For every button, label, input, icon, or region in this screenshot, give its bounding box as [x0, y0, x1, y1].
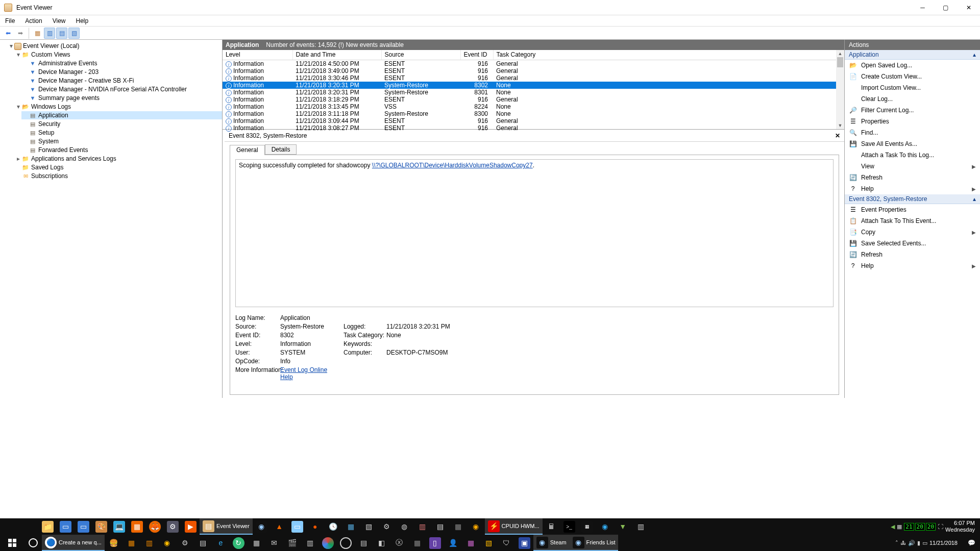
col-date[interactable]: Date and Time — [292, 50, 381, 60]
taskbar-xbox[interactable]: ⓧ — [390, 535, 408, 551]
tree-twisty[interactable]: ▾ — [8, 42, 14, 50]
taskbar-app[interactable]: 👤 — [444, 535, 462, 551]
taskbar-app[interactable]: ◉ — [158, 535, 176, 551]
taskbar-app[interactable]: ▥ — [140, 535, 158, 551]
event-row[interactable]: iInformation11/21/2018 4:50:00 PMESENT91… — [223, 60, 844, 67]
event-row[interactable]: iInformation11/21/2018 3:13:45 PMVSS8224… — [223, 103, 844, 110]
cortana-button[interactable] — [24, 538, 42, 547]
taskbar-chrome[interactable]: 🔵Create a new q... — [42, 535, 105, 551]
tree-node[interactable]: Device Manager - NVIDIA nForce Serial AT… — [38, 86, 187, 93]
taskbar-app[interactable]: ◍ — [396, 518, 413, 535]
taskbar-app[interactable]: ▶ — [182, 518, 200, 535]
show-hide-console-tree-button[interactable]: ▦ — [32, 28, 43, 39]
menu-action[interactable]: Action — [20, 15, 47, 27]
col-level[interactable]: Level — [223, 50, 292, 60]
taskbar-app[interactable]: ⚙ — [164, 518, 182, 535]
event-row[interactable]: iInformation11/21/2018 3:11:18 PMSystem-… — [223, 110, 844, 117]
tray-overflow-icon[interactable]: ˄ — [895, 540, 898, 546]
event-row[interactable]: iInformation11/21/2018 3:18:29 PMESENT91… — [223, 96, 844, 103]
taskbar-app[interactable]: 🍔 — [105, 535, 122, 551]
tree-node-application[interactable]: Application — [38, 112, 68, 119]
taskbar-friends-list[interactable]: ◉Friends List — [570, 535, 619, 551]
col-source[interactable]: Source — [381, 50, 460, 60]
action-item[interactable]: ☰Properties — [845, 116, 980, 127]
tray-icon[interactable]: ▦ — [897, 523, 902, 530]
tree-twisty[interactable]: ▾ — [15, 103, 21, 111]
tree-node-forwarded[interactable]: Forwarded Events — [38, 146, 88, 154]
taskbar-terminal[interactable]: >_ — [560, 518, 578, 535]
taskbar-app[interactable]: ▦ — [449, 518, 467, 535]
taskbar-app[interactable]: ◉ — [596, 518, 614, 535]
taskbar-firefox[interactable]: 🦊 — [146, 518, 164, 535]
action-item[interactable]: Clear Log... — [845, 93, 980, 105]
tree-node[interactable]: Administrative Events — [38, 60, 97, 67]
action-item[interactable]: 📑Copy▶ — [845, 227, 980, 238]
toolbar-button-a[interactable]: ▥ — [44, 28, 55, 39]
action-item[interactable]: 🔄Refresh — [845, 172, 980, 183]
event-row[interactable]: iInformation11/21/2018 3:20:31 PMSystem-… — [223, 89, 844, 96]
detail-close-button[interactable]: ✕ — [835, 132, 840, 139]
tab-details[interactable]: Details — [265, 144, 297, 155]
menu-help[interactable]: Help — [71, 15, 94, 27]
col-eventid[interactable]: Event ID — [460, 50, 493, 60]
action-item[interactable]: ?Help▶ — [845, 183, 980, 194]
shadowcopy-link[interactable]: \\?\GLOBALROOT\Device\HarddiskVolumeShad… — [372, 162, 533, 169]
action-item[interactable]: 🔍Find... — [845, 127, 980, 138]
taskbar-clock[interactable]: 🕓 — [324, 518, 342, 535]
tray-icon[interactable]: ◀ — [891, 523, 895, 530]
action-item[interactable]: ?Help▶ — [845, 260, 980, 271]
show-hide-action-pane-button[interactable]: ▤ — [56, 28, 67, 39]
taskbar-app[interactable]: ▦ — [122, 535, 140, 551]
tree-twisty[interactable]: ▾ — [15, 51, 21, 59]
action-item[interactable]: 📂Open Saved Log... — [845, 60, 980, 71]
gpu-temps[interactable]: 212020 — [904, 523, 936, 531]
taskbar-date-bottom[interactable]: 11/21/2018 — [929, 540, 963, 546]
taskbar-hwmonitor[interactable]: ⚡CPUID HWM... — [485, 518, 543, 535]
taskbar-app[interactable]: ▼ — [614, 518, 632, 535]
taskbar-chrome2[interactable] — [319, 535, 337, 551]
refresh-button[interactable]: ▧ — [68, 28, 80, 39]
nav-back-button[interactable]: ⬅ — [3, 28, 14, 39]
taskbar-app[interactable]: ▧ — [480, 535, 498, 551]
taskbar-app[interactable]: ▭ — [57, 518, 75, 535]
taskbar-app[interactable]: ▦ — [578, 518, 596, 535]
event-grid[interactable]: Level Date and Time Source Event ID Task… — [223, 50, 844, 130]
taskbar-app[interactable]: ⚙ — [378, 518, 396, 535]
action-item[interactable]: View▶ — [845, 161, 980, 172]
tray-icon[interactable]: ▮ — [917, 540, 920, 546]
taskbar-app[interactable]: ▤ — [431, 518, 449, 535]
taskbar-ie[interactable]: e — [212, 535, 230, 551]
start-button[interactable] — [0, 539, 24, 547]
minimize-button[interactable]: ─ — [911, 0, 934, 15]
navigation-tree[interactable]: ▾Event Viewer (Local) ▾📁Custom Views ▼Ad… — [0, 40, 223, 398]
taskbar-app[interactable] — [337, 535, 355, 551]
taskbar-app[interactable]: ▥ — [413, 518, 431, 535]
taskbar-app[interactable]: ▥ — [632, 518, 650, 535]
action-item[interactable]: 📄Create Custom View... — [845, 71, 980, 82]
taskbar-file-explorer[interactable]: 📁 — [39, 518, 57, 535]
taskbar[interactable]: 📁 ▭ ▭ 🎨 💻 ▦ 🦊 ⚙ ▶ ▤Event Viewer ◉ ▲ ▭ ● … — [0, 518, 980, 551]
menu-file[interactable]: File — [0, 15, 20, 27]
taskbar-app[interactable]: ◉ — [467, 518, 485, 535]
taskbar-app[interactable]: ▧ — [360, 518, 378, 535]
tree-node[interactable]: Device Manager - 203 — [38, 68, 99, 76]
tree-node[interactable]: Summary page events — [38, 94, 100, 102]
grid-scrollbar[interactable]: ▲ ▼ — [836, 50, 844, 129]
nav-forward-button[interactable]: ➡ — [15, 28, 26, 39]
tree-node[interactable]: Device Manager - Creative SB X-Fi — [38, 77, 134, 85]
taskbar-app[interactable]: ▦ — [408, 535, 426, 551]
tree-node-setup[interactable]: Setup — [38, 129, 54, 137]
taskbar-steam-running[interactable]: ◉Steam — [533, 535, 570, 551]
action-item[interactable]: Attach a Task To this Log... — [845, 149, 980, 161]
action-item[interactable]: Import Custom View... — [845, 82, 980, 93]
tree-node-system[interactable]: System — [38, 138, 59, 145]
tray-language-icon[interactable]: ▭ — [922, 540, 927, 546]
action-item[interactable]: 📋Attach Task To This Event... — [845, 215, 980, 227]
maximize-button[interactable]: ▢ — [934, 0, 957, 15]
taskbar-app[interactable]: ▦ — [128, 518, 146, 535]
taskbar-app[interactable]: ▣ — [516, 535, 533, 551]
taskbar-event-viewer[interactable]: ▤Event Viewer — [200, 518, 253, 535]
taskbar-defender[interactable]: 🛡 — [498, 535, 516, 551]
taskbar-app[interactable]: ▥ — [301, 535, 319, 551]
tab-general[interactable]: General — [230, 145, 265, 155]
